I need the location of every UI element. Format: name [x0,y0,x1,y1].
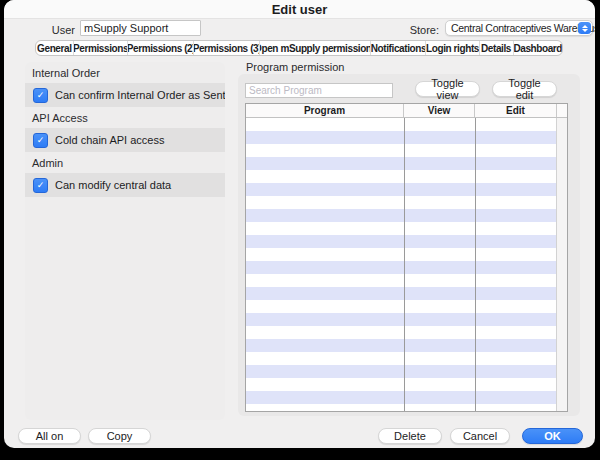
table-row[interactable] [246,157,567,170]
table-header: ProgramViewEdit [246,104,567,118]
search-program-input[interactable] [245,83,393,98]
left-panel: Internal Order✓Can confirm Internal Orde… [25,62,225,420]
checkbox-label: Can confirm Internal Order as Sent [55,89,225,101]
checkbox[interactable]: ✓ [33,178,48,193]
table-row[interactable] [246,235,567,248]
store-dropdown[interactable]: Central Contraceptives Warehouse [445,20,593,36]
section-label: API Access [25,109,225,128]
table-row[interactable] [246,404,567,411]
table-row[interactable] [246,131,567,144]
column-divider [404,118,405,411]
ok-button[interactable]: OK [522,428,583,444]
checkmark-icon: ✓ [37,181,45,190]
tab-dashboard[interactable]: Dashboard [513,41,562,55]
checkmark-icon: ✓ [37,91,45,100]
tab-open-msupply-permissions[interactable]: Open mSupply permissions [259,41,370,55]
permission-row: ✓Cold chain API access [25,128,225,152]
toggle-view-button[interactable]: Toggle view [415,81,480,97]
table-row[interactable] [246,339,567,352]
section-label: Internal Order [25,64,225,83]
checkbox-label: Can modify central data [55,179,171,191]
tab-permissions-3[interactable]: Permissions (3) [193,41,259,55]
checkbox[interactable]: ✓ [33,133,48,148]
tab-permissions[interactable]: Permissions [73,41,128,55]
delete-button[interactable]: Delete [378,428,442,444]
table-row[interactable] [246,352,567,365]
table-row[interactable] [246,118,567,131]
table-row[interactable] [246,391,567,404]
title-bar: Edit user [4,0,595,19]
table-row[interactable] [246,261,567,274]
table-row[interactable] [246,196,567,209]
store-selected-value: Central Contraceptives Warehouse [451,22,595,34]
table-row[interactable] [246,209,567,222]
column-header-program[interactable]: Program [246,104,404,117]
column-header-view[interactable]: View [404,104,475,117]
table-scrollbar[interactable] [556,118,567,411]
column-header-edit[interactable]: Edit [475,104,557,117]
checkbox-label: Cold chain API access [55,134,164,146]
user-input[interactable] [80,20,201,36]
table-row[interactable] [246,313,567,326]
column-header-spacer [557,104,567,117]
table-row[interactable] [246,274,567,287]
permission-row: ✓Can modify central data [25,173,225,197]
table-row[interactable] [246,300,567,313]
checkbox[interactable]: ✓ [33,88,48,103]
table-row[interactable] [246,248,567,261]
section-label: Admin [25,154,225,173]
toggle-edit-button[interactable]: Toggle edit [492,81,557,97]
dialog-title: Edit user [272,2,328,17]
dropdown-stepper-icon [578,22,591,34]
table-row[interactable] [246,378,567,391]
cancel-button[interactable]: Cancel [450,428,510,444]
table-row[interactable] [246,170,567,183]
tab-details[interactable]: Details [479,41,513,55]
copy-button[interactable]: Copy [88,428,151,444]
tab-bar: GeneralPermissionsPermissions (2)Permiss… [35,40,563,56]
tab-notifications[interactable]: Notifications [370,41,425,55]
store-label: Store: [379,24,439,36]
tab-permissions-2[interactable]: Permissions (2) [127,41,193,55]
tab-general[interactable]: General [36,41,73,55]
table-row[interactable] [246,287,567,300]
all-on-button[interactable]: All on [18,428,81,444]
permission-row: ✓Can confirm Internal Order as Sent [25,83,225,107]
program-permission-table: ProgramViewEdit [245,103,568,412]
checkmark-icon: ✓ [37,136,45,145]
table-row[interactable] [246,326,567,339]
table-row[interactable] [246,222,567,235]
table-row[interactable] [246,365,567,378]
tab-login-rights[interactable]: Login rights [425,41,478,55]
table-body [246,118,567,411]
user-label: User [4,24,75,36]
table-row[interactable] [246,144,567,157]
table-row[interactable] [246,183,567,196]
program-permission-title: Program permission [246,61,344,73]
edit-user-dialog: Edit user User Store: Central Contracept… [4,0,595,448]
column-divider [475,118,476,411]
